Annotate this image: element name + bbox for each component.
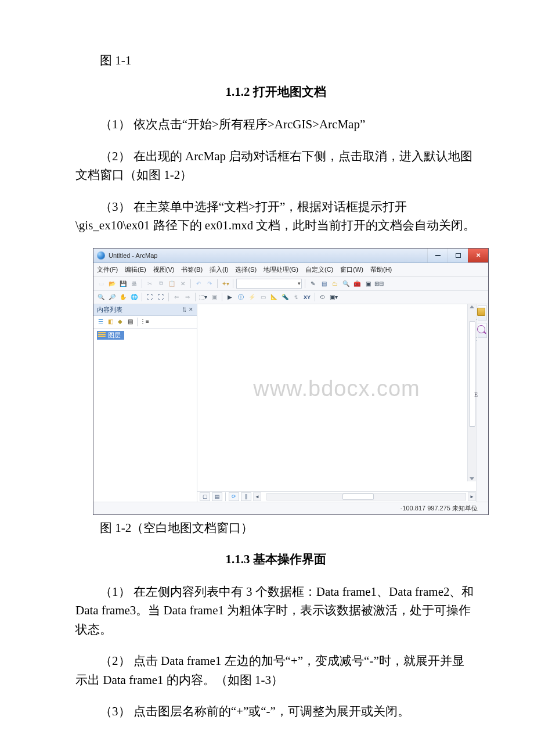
data-view-tab-icon[interactable]: ▢ [200,492,210,501]
step-open-start-menu: （1） 依次点击“开始>所有程序>ArcGIS>ArcMap” [75,115,476,134]
map-view[interactable]: www.bdocx.com E ▢ ▤ ⟳ ‖ ◄ [197,304,476,502]
vertical-scrollbar[interactable]: E [467,304,476,481]
toc-autohide-icon[interactable]: ⮁ [182,307,187,312]
find-icon[interactable]: 🔦 [280,293,290,302]
search-tab-icon [477,325,485,333]
menu-bookmarks[interactable]: 书签(B) [181,265,203,274]
arctoolbox-icon[interactable]: 🧰 [352,279,362,288]
horizontal-scrollbar[interactable] [266,493,466,501]
open-icon[interactable]: 📂 [107,279,117,288]
arcmap-icon [97,251,105,260]
add-data-icon[interactable]: ✦▾ [221,279,230,288]
right-dock-tabs: 目录 搜索 [476,304,488,502]
search-tab[interactable]: 搜索 [478,323,487,338]
cut-icon[interactable]: ✂ [145,279,154,288]
viewer-window-icon[interactable]: ▣▾ [329,293,338,302]
map-footer: ▢ ▤ ⟳ ‖ ◄ ► [197,491,476,502]
toolbar-standard: ▭ 📂 💾 🖶 ✂ ⧉ 📋 ✕ ↶ ↷ ✦▾ ✎ ▤ 🗀 [93,277,488,291]
status-bar: -100.817 997.275 未知单位 [93,502,488,514]
find-route-icon[interactable]: ↯ [291,293,301,302]
menu-geoprocessing[interactable]: 地理处理(G) [264,265,298,274]
measure-icon[interactable]: 📐 [269,293,279,302]
toc-options-icon[interactable]: ⋮≡ [140,318,149,326]
time-slider-icon[interactable]: ⏲ [318,293,327,302]
figure-1-1-caption: 图 1-1 [75,52,476,69]
editor-toolbar-icon[interactable]: ✎ [308,279,317,288]
menu-edit[interactable]: 编辑(E) [125,265,146,274]
save-icon[interactable]: 💾 [118,279,128,288]
next-extent-icon[interactable]: ⇒ [183,293,192,302]
arcmap-window: Untitled - ArcMap 文件(F) 编辑(E) 视图(V) 书签(B… [93,248,489,515]
heading-1-1-3: 1.1.3 基本操作界面 [75,551,476,567]
zoom-in-icon[interactable]: 🔍 [96,293,106,302]
zoom-out-icon[interactable]: 🔎 [107,293,117,302]
figure-1-2-caption: 图 1-2（空白地图文档窗口） [75,520,476,536]
toc-layers-root[interactable]: 图层 [97,331,124,340]
toc-close-icon[interactable]: ✕ [189,307,193,312]
close-button[interactable] [468,249,488,262]
undo-icon[interactable]: ↶ [194,279,203,288]
para-expand-frame: （2） 点击 Data frame1 左边的加号“+”，变成减号“-”时，就展开… [75,651,476,689]
layers-icon [98,332,106,338]
modelbuilder-icon[interactable]: ⊞⊟ [374,279,384,288]
hscroll-right-icon[interactable]: ► [468,492,476,501]
select-elements-icon[interactable]: ▶ [225,293,234,302]
list-by-visibility-icon[interactable]: ◆ [116,318,124,326]
scroll-mark: E [474,391,478,398]
python-icon[interactable]: ▣ [363,279,373,288]
toc-icon[interactable]: ▤ [319,279,329,288]
menu-file[interactable]: 文件(F) [97,265,118,274]
scale-combobox[interactable] [236,279,302,289]
fixed-zoom-in-icon[interactable]: ⛶ [145,293,154,302]
menu-window[interactable]: 窗口(W) [340,265,363,274]
list-by-drawing-order-icon[interactable]: ☰ [96,318,104,326]
step-cancel-dialog: （2） 在出现的 ArcMap 启动对话框右下侧，点击取消，进入默认地图文档窗口… [75,147,476,185]
para-toggle-layers: （3） 点击图层名称前的“+”或“-”，可调整为展开或关闭。 [75,702,476,721]
horizontal-scroll-thumb[interactable] [342,494,374,500]
new-icon[interactable]: ▭ [96,279,106,288]
toc-title-bar: 内容列表 ⮁ ✕ [93,304,197,316]
toolbar-tools: 🔍 🔎 ✋ 🌐 ⛶ ⛶ ⇐ ⇒ ⬚▾ ▣ ▶ ⓘ ⚡ ▭ 📐 🔦 [93,291,488,304]
menu-select[interactable]: 选择(S) [235,265,257,274]
maximize-button[interactable] [448,249,468,262]
catalog-icon[interactable]: 🗀 [330,279,340,288]
toc-tree: 图层 [93,329,197,342]
toc-title-label: 内容列表 [97,305,122,314]
redo-icon[interactable]: ↷ [205,279,214,288]
delete-icon[interactable]: ✕ [178,279,187,288]
vertical-scroll-thumb[interactable] [469,321,475,427]
status-coordinates: -100.817 997.275 未知单位 [400,504,478,513]
step-open-mxd: （3） 在主菜单中选择“文档>打开”，根据对话框提示打开 \gis_ex10\e… [75,197,476,235]
arcmap-body: 内容列表 ⮁ ✕ ☰ ◧ ◆ ▤ ⋮≡ [93,304,488,502]
prev-extent-icon[interactable]: ⇐ [172,293,181,302]
html-popup-icon[interactable]: ▭ [258,293,268,302]
copy-icon[interactable]: ⧉ [156,279,165,288]
menu-insert[interactable]: 插入(I) [210,265,228,274]
menu-view[interactable]: 视图(V) [153,265,175,274]
select-features-icon[interactable]: ⬚▾ [199,293,208,302]
go-to-xy-icon[interactable]: XY [302,293,312,302]
menu-customize[interactable]: 自定义(C) [305,265,333,274]
clear-selection-icon[interactable]: ▣ [210,293,219,302]
catalog-tab[interactable]: 目录 [478,305,487,321]
refresh-icon[interactable]: ⟳ [229,492,239,501]
hyperlink-icon[interactable]: ⚡ [247,293,257,302]
search-window-icon[interactable]: 🔍 [341,279,351,288]
toc-icon-bar: ☰ ◧ ◆ ▤ ⋮≡ [93,316,197,329]
menu-help[interactable]: 帮助(H) [370,265,392,274]
print-icon[interactable]: 🖶 [129,279,139,288]
para-data-frames: （1） 在左侧内容列表中有 3 个数据框：Data frame1、Data fr… [75,582,476,639]
fixed-zoom-out-icon[interactable]: ⛶ [156,293,165,302]
toc-layers-label: 图层 [108,331,121,340]
pause-drawing-icon[interactable]: ‖ [241,492,251,501]
full-extent-icon[interactable]: 🌐 [129,293,139,302]
layout-view-tab-icon[interactable]: ▤ [212,492,222,501]
list-by-source-icon[interactable]: ◧ [106,318,114,326]
hscroll-left-icon[interactable]: ◄ [253,492,261,501]
minimize-button[interactable] [427,249,448,262]
identify-icon[interactable]: ⓘ [236,293,246,302]
menu-bar: 文件(F) 编辑(E) 视图(V) 书签(B) 插入(I) 选择(S) 地理处理… [93,263,488,277]
pan-icon[interactable]: ✋ [118,293,128,302]
paste-icon[interactable]: 📋 [167,279,176,288]
list-by-selection-icon[interactable]: ▤ [126,318,134,326]
